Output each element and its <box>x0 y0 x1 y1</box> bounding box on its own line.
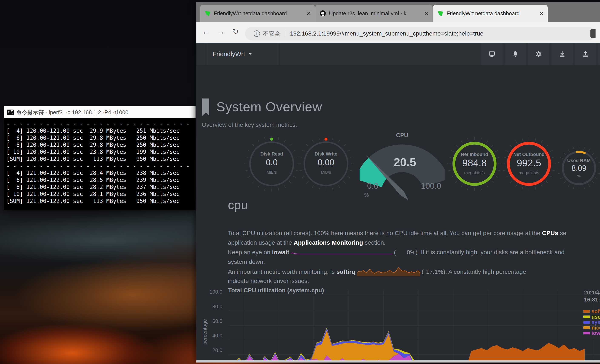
terminal-output[interactable]: - - - - - - - - - - - - - - - - - - - - … <box>4 118 196 210</box>
legend-item-softirq[interactable]: softirq <box>583 309 600 314</box>
text: ). If it is constantly high, your disks … <box>415 249 564 255</box>
iowait-sparkline <box>291 252 393 255</box>
text: indicate network driver issues. <box>228 277 309 284</box>
gauge-label: Used RAM <box>555 158 600 163</box>
text: se <box>558 230 566 236</box>
import-button[interactable] <box>552 43 573 65</box>
gauge-label: Net Outbound <box>500 152 558 157</box>
tab-title: Update r2s_lean_minimal.yml · k <box>329 10 422 17</box>
print-screen-button[interactable] <box>481 43 503 65</box>
gauge-cpu[interactable]: 20.5 0.0 100.0 % <box>360 138 445 202</box>
info-icon[interactable]: i <box>254 30 260 37</box>
monitor-icon <box>488 50 496 58</box>
cpus-link[interactable]: CPUs <box>542 230 558 236</box>
navbar-separator <box>279 43 279 65</box>
gauge-unit: % <box>364 192 369 198</box>
softirq-value: 17.1% <box>424 267 443 276</box>
text: An important metric worth monitoring, is <box>228 268 336 275</box>
forward-button[interactable]: → <box>217 27 225 36</box>
gauge-label: Disk Write <box>297 151 355 157</box>
browser-tabstrip: FriendlyWrt netdata dashboard ✕ Update r… <box>196 2 600 22</box>
cpu-utilization-chart[interactable] <box>229 290 600 363</box>
netdata-content: System Overview Overview of the key syst… <box>196 66 600 363</box>
bell-icon <box>512 50 519 58</box>
gauge-unit: megabits/s <box>446 170 503 175</box>
netdata-favicon <box>205 10 211 17</box>
url-text[interactable]: 192.168.2.1:19999/#menu_system_submenu_c… <box>290 30 595 37</box>
browser-tab-3-active[interactable]: FriendlyWrt netdata dashboard ✕ <box>433 5 548 22</box>
text: Total CPU utilization (all cores). 100% … <box>228 230 542 236</box>
settings-button[interactable] <box>528 43 549 65</box>
gauge-value: 0.0 <box>243 158 300 167</box>
tab-title: FriendlyWrt netdata dashboard <box>214 10 304 17</box>
iowait-term: iowait <box>272 249 289 255</box>
gear-icon <box>535 50 543 58</box>
terminal-titlebar[interactable]: C:\ 命令提示符 - iperf3 -c 192.168.1.2 -P4 -t… <box>4 106 196 118</box>
upload-icon <box>582 50 589 58</box>
gauge-dot <box>270 138 273 141</box>
screen: C:\ 命令提示符 - iperf3 -c 192.168.1.2 -P4 -t… <box>0 0 600 364</box>
gauge-max: 100.0 <box>421 181 441 190</box>
browser-window: FriendlyWrt netdata dashboard ✕ Update r… <box>196 2 600 363</box>
gauge-net-inbound[interactable]: Net Inbound 984.8 megabits/s <box>446 135 503 193</box>
cmd-icon: C:\ <box>7 110 14 115</box>
text: application usage at the <box>228 239 294 246</box>
back-button[interactable]: ← <box>202 27 210 36</box>
legend-item-user[interactable]: user <box>583 314 600 320</box>
gauge-label: Disk Read <box>243 151 300 157</box>
browser-window-edge <box>196 360 600 363</box>
iowait-value: 0% <box>396 247 415 257</box>
gauge-arc <box>577 152 585 153</box>
browser-tab-2[interactable]: Update r2s_lean_minimal.yml · k ✕ <box>315 5 432 22</box>
gauge-used-ram[interactable]: Used RAM 8.09 % <box>555 145 600 191</box>
browser-tab-1[interactable]: FriendlyWrt netdata dashboard ✕ <box>200 5 315 22</box>
address-bar[interactable]: i 不安全 192.168.2.1:19999/#menu_system_sub… <box>245 27 595 40</box>
terminal-window: C:\ 命令提示符 - iperf3 -c 192.168.1.2 -P4 -t… <box>4 106 196 210</box>
reload-button[interactable]: ↻ <box>233 27 239 36</box>
terminal-title: 命令提示符 - iperf3 -c 192.168.1.2 -P4 -t1000 <box>16 109 128 116</box>
navbar-button-partial[interactable] <box>598 43 600 65</box>
chart-legend: softirqusersystemniceiowait <box>583 309 600 336</box>
text: ( <box>394 249 396 255</box>
cpu-gauge: 20.5 0.0 100.0 % <box>360 138 445 202</box>
gauge-disk-read[interactable]: Disk Read 0.0 MiB/s <box>243 135 300 193</box>
host-dropdown[interactable]: FriendlyWrt <box>206 43 258 65</box>
close-icon[interactable]: ✕ <box>539 10 544 17</box>
gauge-unit: megabits/s <box>500 170 558 175</box>
netdata-page: FriendlyWrt <box>196 43 600 363</box>
legend-item-nice[interactable]: nice <box>583 325 600 331</box>
text: Keep an eye on <box>228 249 272 255</box>
address-bar-icon[interactable] <box>591 29 596 38</box>
address-separator <box>285 30 285 37</box>
browser-toolbar: ← → ↻ i 不安全 192.168.2.1:19999/#menu_syst… <box>196 22 600 43</box>
gauge-value: 0.00 <box>297 158 355 167</box>
gauge-value: 992.5 <box>500 157 558 169</box>
close-icon[interactable]: ✕ <box>306 10 311 17</box>
gauge-unit: % <box>555 174 600 178</box>
github-favicon <box>319 10 326 17</box>
gauge-value: 20.5 <box>394 156 416 168</box>
host-name: FriendlyWrt <box>213 50 245 58</box>
close-icon[interactable]: ✕ <box>424 10 429 17</box>
cpu-gauge-label: CPU <box>360 132 445 139</box>
netdata-favicon <box>437 10 444 17</box>
applications-monitoring-link[interactable]: Applications Monitoring <box>294 239 363 246</box>
text: ( <box>422 268 424 275</box>
alarms-button[interactable] <box>505 43 526 65</box>
section-heading-cpu: cpu <box>228 198 248 212</box>
tab-title: FriendlyWrt netdata dashboard <box>447 10 537 17</box>
page-subtitle: Overview of the key system metrics. <box>202 121 297 128</box>
export-button[interactable] <box>575 43 596 65</box>
security-label: 不安全 <box>263 30 280 37</box>
page-title: System Overview <box>216 99 322 114</box>
legend-item-iowait[interactable]: iowait <box>583 330 600 336</box>
gauge-label: Net Inbound <box>446 152 503 157</box>
text: section. <box>363 239 385 246</box>
netdata-navbar: FriendlyWrt <box>196 43 600 66</box>
gauge-disk-write[interactable]: Disk Write 0.00 MiB/s <box>297 135 355 193</box>
gauge-net-outbound[interactable]: Net Outbound 992.5 megabits/s <box>500 135 558 193</box>
cpu-description: Total CPU utilization (all cores). 100% … <box>228 228 600 286</box>
text: system down. <box>228 258 265 265</box>
legend-item-system[interactable]: system <box>583 319 600 325</box>
gauge-dot <box>324 138 328 141</box>
